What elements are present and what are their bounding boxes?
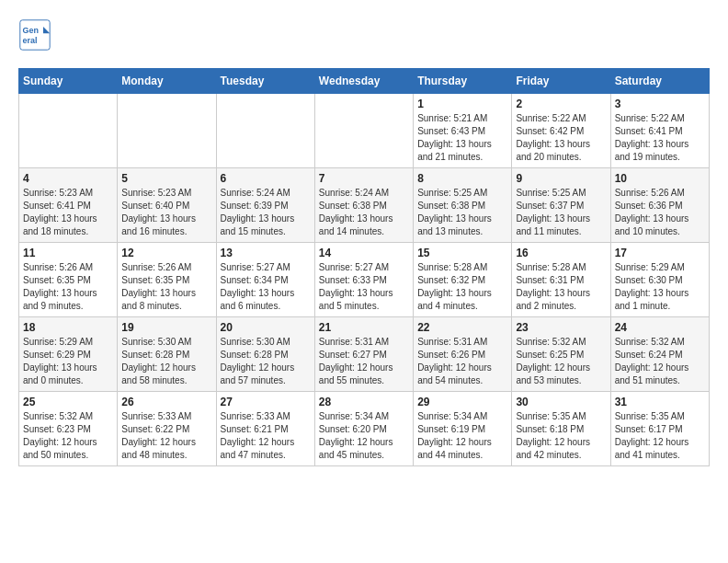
calendar-cell: 11Sunrise: 5:26 AM Sunset: 6:35 PM Dayli… xyxy=(19,243,118,317)
day-number: 11 xyxy=(23,247,113,259)
calendar-cell: 26Sunrise: 5:33 AM Sunset: 6:22 PM Dayli… xyxy=(118,392,216,466)
svg-text:Gen: Gen xyxy=(23,26,40,35)
calendar-cell: 8Sunrise: 5:25 AM Sunset: 6:38 PM Daylig… xyxy=(414,168,512,243)
day-info: Sunrise: 5:26 AM Sunset: 6:35 PM Dayligh… xyxy=(121,261,211,313)
col-header-wednesday: Wednesday xyxy=(314,69,413,94)
day-number: 25 xyxy=(23,396,113,408)
logo: Gen eral xyxy=(18,18,55,52)
day-number: 8 xyxy=(417,172,507,185)
day-number: 6 xyxy=(221,172,311,185)
calendar-cell: 4Sunrise: 5:23 AM Sunset: 6:41 PM Daylig… xyxy=(19,168,118,243)
day-info: Sunrise: 5:25 AM Sunset: 6:37 PM Dayligh… xyxy=(516,187,606,238)
day-info: Sunrise: 5:26 AM Sunset: 6:36 PM Dayligh… xyxy=(615,187,705,238)
day-info: Sunrise: 5:29 AM Sunset: 6:29 PM Dayligh… xyxy=(23,336,113,387)
calendar-cell: 17Sunrise: 5:29 AM Sunset: 6:30 PM Dayli… xyxy=(610,243,709,317)
day-number: 9 xyxy=(516,172,606,185)
calendar-cell: 5Sunrise: 5:23 AM Sunset: 6:40 PM Daylig… xyxy=(118,168,216,243)
col-header-thursday: Thursday xyxy=(414,69,512,94)
day-info: Sunrise: 5:32 AM Sunset: 6:24 PM Dayligh… xyxy=(615,336,705,387)
day-number: 20 xyxy=(221,321,311,334)
col-header-tuesday: Tuesday xyxy=(216,69,314,94)
day-number: 15 xyxy=(417,247,507,259)
day-info: Sunrise: 5:31 AM Sunset: 6:26 PM Dayligh… xyxy=(417,336,507,387)
day-info: Sunrise: 5:32 AM Sunset: 6:23 PM Dayligh… xyxy=(23,410,113,462)
day-number: 31 xyxy=(615,396,705,408)
day-info: Sunrise: 5:24 AM Sunset: 6:38 PM Dayligh… xyxy=(319,187,409,238)
day-info: Sunrise: 5:21 AM Sunset: 6:43 PM Dayligh… xyxy=(417,112,507,164)
day-number: 4 xyxy=(23,172,113,185)
col-header-friday: Friday xyxy=(512,69,610,94)
day-info: Sunrise: 5:23 AM Sunset: 6:40 PM Dayligh… xyxy=(121,187,211,238)
day-number: 18 xyxy=(23,321,113,334)
calendar-cell: 28Sunrise: 5:34 AM Sunset: 6:20 PM Dayli… xyxy=(314,392,413,466)
calendar-cell: 27Sunrise: 5:33 AM Sunset: 6:21 PM Dayli… xyxy=(216,392,314,466)
day-number: 23 xyxy=(516,321,606,334)
general-blue-logo-icon: Gen eral xyxy=(18,18,51,52)
day-info: Sunrise: 5:24 AM Sunset: 6:39 PM Dayligh… xyxy=(221,187,311,238)
calendar-cell xyxy=(216,94,314,168)
calendar-cell: 22Sunrise: 5:31 AM Sunset: 6:26 PM Dayli… xyxy=(414,317,512,392)
calendar-cell: 9Sunrise: 5:25 AM Sunset: 6:37 PM Daylig… xyxy=(512,168,610,243)
calendar-cell: 12Sunrise: 5:26 AM Sunset: 6:35 PM Dayli… xyxy=(118,243,216,317)
calendar-cell xyxy=(314,94,413,168)
day-info: Sunrise: 5:34 AM Sunset: 6:20 PM Dayligh… xyxy=(319,410,409,462)
svg-text:eral: eral xyxy=(23,36,38,45)
day-info: Sunrise: 5:30 AM Sunset: 6:28 PM Dayligh… xyxy=(121,336,211,387)
day-number: 1 xyxy=(417,98,507,110)
calendar-cell: 18Sunrise: 5:29 AM Sunset: 6:29 PM Dayli… xyxy=(19,317,118,392)
day-info: Sunrise: 5:25 AM Sunset: 6:38 PM Dayligh… xyxy=(417,187,507,238)
day-number: 13 xyxy=(221,247,311,259)
calendar-cell xyxy=(118,94,216,168)
day-number: 28 xyxy=(319,396,409,408)
day-info: Sunrise: 5:33 AM Sunset: 6:21 PM Dayligh… xyxy=(221,410,311,462)
day-number: 29 xyxy=(417,396,507,408)
day-info: Sunrise: 5:26 AM Sunset: 6:35 PM Dayligh… xyxy=(23,261,113,313)
calendar-table: SundayMondayTuesdayWednesdayThursdayFrid… xyxy=(18,68,710,466)
day-number: 5 xyxy=(121,172,211,185)
day-number: 27 xyxy=(221,396,311,408)
calendar-cell: 21Sunrise: 5:31 AM Sunset: 6:27 PM Dayli… xyxy=(314,317,413,392)
col-header-monday: Monday xyxy=(118,69,216,94)
calendar-cell: 2Sunrise: 5:22 AM Sunset: 6:42 PM Daylig… xyxy=(512,94,610,168)
day-number: 26 xyxy=(121,396,211,408)
day-info: Sunrise: 5:35 AM Sunset: 6:17 PM Dayligh… xyxy=(615,410,705,462)
calendar-cell: 7Sunrise: 5:24 AM Sunset: 6:38 PM Daylig… xyxy=(314,168,413,243)
calendar-cell: 23Sunrise: 5:32 AM Sunset: 6:25 PM Dayli… xyxy=(512,317,610,392)
day-number: 24 xyxy=(615,321,705,334)
day-info: Sunrise: 5:32 AM Sunset: 6:25 PM Dayligh… xyxy=(516,336,606,387)
calendar-cell: 30Sunrise: 5:35 AM Sunset: 6:18 PM Dayli… xyxy=(512,392,610,466)
col-header-saturday: Saturday xyxy=(610,69,709,94)
day-number: 10 xyxy=(615,172,705,185)
day-number: 3 xyxy=(615,98,705,110)
day-number: 16 xyxy=(516,247,606,259)
calendar-cell xyxy=(19,94,118,168)
calendar-cell: 10Sunrise: 5:26 AM Sunset: 6:36 PM Dayli… xyxy=(610,168,709,243)
day-info: Sunrise: 5:28 AM Sunset: 6:32 PM Dayligh… xyxy=(417,261,507,313)
calendar-cell: 1Sunrise: 5:21 AM Sunset: 6:43 PM Daylig… xyxy=(414,94,512,168)
calendar-cell: 6Sunrise: 5:24 AM Sunset: 6:39 PM Daylig… xyxy=(216,168,314,243)
day-info: Sunrise: 5:23 AM Sunset: 6:41 PM Dayligh… xyxy=(23,187,113,238)
day-number: 22 xyxy=(417,321,507,334)
calendar-cell: 29Sunrise: 5:34 AM Sunset: 6:19 PM Dayli… xyxy=(414,392,512,466)
calendar-cell: 19Sunrise: 5:30 AM Sunset: 6:28 PM Dayli… xyxy=(118,317,216,392)
day-info: Sunrise: 5:34 AM Sunset: 6:19 PM Dayligh… xyxy=(417,410,507,462)
calendar-cell: 3Sunrise: 5:22 AM Sunset: 6:41 PM Daylig… xyxy=(610,94,709,168)
calendar-cell: 16Sunrise: 5:28 AM Sunset: 6:31 PM Dayli… xyxy=(512,243,610,317)
day-number: 30 xyxy=(516,396,606,408)
day-info: Sunrise: 5:27 AM Sunset: 6:33 PM Dayligh… xyxy=(319,261,409,313)
day-info: Sunrise: 5:35 AM Sunset: 6:18 PM Dayligh… xyxy=(516,410,606,462)
day-number: 2 xyxy=(516,98,606,110)
day-number: 14 xyxy=(319,247,409,259)
calendar-cell: 15Sunrise: 5:28 AM Sunset: 6:32 PM Dayli… xyxy=(414,243,512,317)
calendar-cell: 20Sunrise: 5:30 AM Sunset: 6:28 PM Dayli… xyxy=(216,317,314,392)
day-info: Sunrise: 5:30 AM Sunset: 6:28 PM Dayligh… xyxy=(221,336,311,387)
day-info: Sunrise: 5:28 AM Sunset: 6:31 PM Dayligh… xyxy=(516,261,606,313)
day-info: Sunrise: 5:31 AM Sunset: 6:27 PM Dayligh… xyxy=(319,336,409,387)
calendar-cell: 14Sunrise: 5:27 AM Sunset: 6:33 PM Dayli… xyxy=(314,243,413,317)
day-number: 21 xyxy=(319,321,409,334)
calendar-cell: 25Sunrise: 5:32 AM Sunset: 6:23 PM Dayli… xyxy=(19,392,118,466)
calendar-cell: 31Sunrise: 5:35 AM Sunset: 6:17 PM Dayli… xyxy=(610,392,709,466)
day-info: Sunrise: 5:22 AM Sunset: 6:42 PM Dayligh… xyxy=(516,112,606,164)
day-info: Sunrise: 5:33 AM Sunset: 6:22 PM Dayligh… xyxy=(121,410,211,462)
day-number: 12 xyxy=(121,247,211,259)
